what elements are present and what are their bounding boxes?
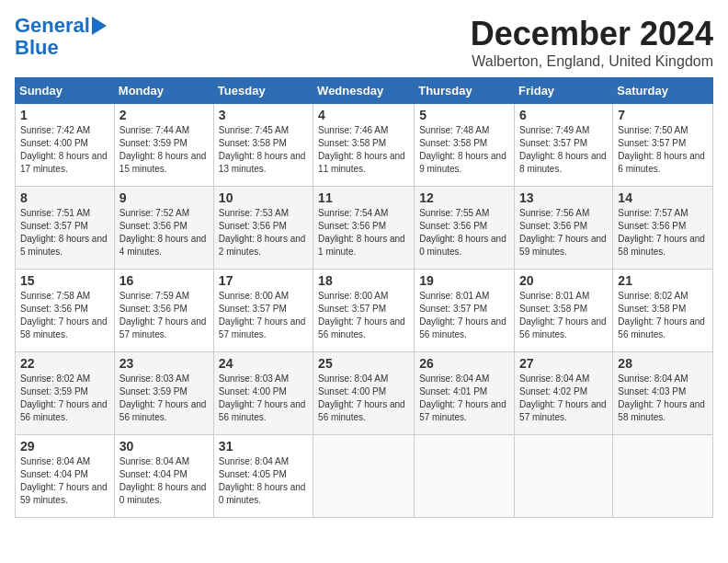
day-number: 6 [519, 108, 608, 122]
day-number: 20 [519, 273, 608, 288]
calendar-cell: 30Sunrise: 8:04 AMSunset: 4:04 PMDayligh… [114, 435, 213, 518]
calendar-cell [313, 435, 415, 518]
day-number: 2 [119, 108, 209, 122]
header: General Blue December 2024 Walberton, En… [15, 15, 713, 70]
cell-info: Sunrise: 8:04 AMSunset: 4:02 PMDaylight:… [519, 373, 608, 424]
calendar-cell [415, 435, 515, 518]
calendar-cell: 27Sunrise: 8:04 AMSunset: 4:02 PMDayligh… [515, 352, 613, 435]
day-header-saturday: Saturday [613, 78, 713, 104]
day-number: 9 [119, 190, 209, 205]
calendar-cell: 16Sunrise: 7:59 AMSunset: 3:56 PMDayligh… [114, 270, 213, 352]
calendar-cell: 25Sunrise: 8:04 AMSunset: 4:00 PMDayligh… [313, 352, 415, 435]
calendar-cell: 21Sunrise: 8:02 AMSunset: 3:58 PMDayligh… [613, 270, 713, 352]
calendar-cell: 4Sunrise: 7:46 AMSunset: 3:58 PMDaylight… [313, 104, 415, 187]
cell-info: Sunrise: 8:04 AMSunset: 4:04 PMDaylight:… [20, 455, 109, 507]
calendar-cell: 23Sunrise: 8:03 AMSunset: 3:59 PMDayligh… [114, 352, 213, 435]
calendar-cell: 11Sunrise: 7:54 AMSunset: 3:56 PMDayligh… [313, 187, 415, 270]
cell-info: Sunrise: 7:48 AMSunset: 3:58 PMDaylight:… [419, 124, 509, 176]
day-number: 25 [318, 356, 409, 371]
day-header-thursday: Thursday [415, 78, 515, 104]
calendar-cell: 13Sunrise: 7:56 AMSunset: 3:56 PMDayligh… [515, 187, 613, 270]
day-number: 7 [618, 108, 708, 122]
calendar-cell: 19Sunrise: 8:01 AMSunset: 3:57 PMDayligh… [415, 270, 515, 352]
days-header-row: SundayMondayTuesdayWednesdayThursdayFrid… [16, 78, 713, 104]
week-row-3: 15Sunrise: 7:58 AMSunset: 3:56 PMDayligh… [16, 270, 713, 352]
day-number: 28 [618, 356, 708, 371]
calendar-cell [515, 435, 613, 518]
day-number: 19 [419, 273, 509, 288]
calendar-cell [613, 435, 713, 518]
week-row-1: 1Sunrise: 7:42 AMSunset: 4:00 PMDaylight… [16, 104, 713, 187]
location-title: Walberton, England, United Kingdom [471, 53, 713, 70]
calendar-cell: 12Sunrise: 7:55 AMSunset: 3:56 PMDayligh… [415, 187, 515, 270]
day-header-wednesday: Wednesday [313, 78, 415, 104]
calendar-cell: 9Sunrise: 7:52 AMSunset: 3:56 PMDaylight… [114, 187, 213, 270]
cell-info: Sunrise: 7:55 AMSunset: 3:56 PMDaylight:… [419, 207, 509, 259]
day-number: 12 [419, 190, 509, 205]
calendar-cell: 31Sunrise: 8:04 AMSunset: 4:05 PMDayligh… [213, 435, 313, 518]
calendar-cell: 15Sunrise: 7:58 AMSunset: 3:56 PMDayligh… [16, 270, 115, 352]
calendar-cell: 3Sunrise: 7:45 AMSunset: 3:58 PMDaylight… [213, 104, 313, 187]
day-number: 1 [20, 108, 109, 122]
logo-subtext: Blue [15, 37, 59, 59]
cell-info: Sunrise: 7:54 AMSunset: 3:56 PMDaylight:… [318, 207, 409, 259]
title-area: December 2024 Walberton, England, United… [471, 15, 713, 70]
cell-info: Sunrise: 8:04 AMSunset: 4:04 PMDaylight:… [119, 455, 209, 507]
day-number: 13 [519, 190, 608, 205]
cell-info: Sunrise: 8:00 AMSunset: 3:57 PMDaylight:… [219, 290, 308, 341]
calendar-cell: 5Sunrise: 7:48 AMSunset: 3:58 PMDaylight… [415, 104, 515, 187]
calendar-cell: 20Sunrise: 8:01 AMSunset: 3:58 PMDayligh… [515, 270, 613, 352]
cell-info: Sunrise: 8:04 AMSunset: 4:03 PMDaylight:… [618, 373, 708, 424]
day-number: 22 [20, 356, 109, 371]
day-number: 4 [318, 108, 409, 122]
cell-info: Sunrise: 7:57 AMSunset: 3:56 PMDaylight:… [618, 207, 708, 259]
day-number: 17 [219, 273, 308, 288]
week-row-4: 22Sunrise: 8:02 AMSunset: 3:59 PMDayligh… [16, 352, 713, 435]
day-number: 21 [618, 273, 708, 288]
calendar-cell: 28Sunrise: 8:04 AMSunset: 4:03 PMDayligh… [613, 352, 713, 435]
calendar-cell: 10Sunrise: 7:53 AMSunset: 3:56 PMDayligh… [213, 187, 313, 270]
day-number: 23 [119, 356, 209, 371]
cell-info: Sunrise: 7:45 AMSunset: 3:58 PMDaylight:… [219, 124, 308, 176]
calendar-cell: 22Sunrise: 8:02 AMSunset: 3:59 PMDayligh… [16, 352, 115, 435]
calendar-cell: 26Sunrise: 8:04 AMSunset: 4:01 PMDayligh… [415, 352, 515, 435]
calendar-cell: 6Sunrise: 7:49 AMSunset: 3:57 PMDaylight… [515, 104, 613, 187]
calendar-cell: 7Sunrise: 7:50 AMSunset: 3:57 PMDaylight… [613, 104, 713, 187]
calendar-cell: 17Sunrise: 8:00 AMSunset: 3:57 PMDayligh… [213, 270, 313, 352]
cell-info: Sunrise: 7:49 AMSunset: 3:57 PMDaylight:… [519, 124, 608, 176]
day-header-sunday: Sunday [16, 78, 115, 104]
day-number: 24 [219, 356, 308, 371]
cell-info: Sunrise: 7:44 AMSunset: 3:59 PMDaylight:… [119, 124, 209, 176]
cell-info: Sunrise: 7:56 AMSunset: 3:56 PMDaylight:… [519, 207, 608, 259]
month-title: December 2024 [471, 15, 713, 53]
cell-info: Sunrise: 8:04 AMSunset: 4:01 PMDaylight:… [419, 373, 509, 424]
day-number: 16 [119, 273, 209, 288]
cell-info: Sunrise: 7:42 AMSunset: 4:00 PMDaylight:… [20, 124, 109, 176]
day-number: 31 [219, 439, 308, 454]
cell-info: Sunrise: 8:02 AMSunset: 3:58 PMDaylight:… [618, 290, 708, 341]
cell-info: Sunrise: 7:50 AMSunset: 3:57 PMDaylight:… [618, 124, 708, 176]
cell-info: Sunrise: 8:04 AMSunset: 4:00 PMDaylight:… [318, 373, 409, 424]
day-number: 10 [219, 190, 308, 205]
day-header-monday: Monday [114, 78, 213, 104]
cell-info: Sunrise: 8:01 AMSunset: 3:57 PMDaylight:… [419, 290, 509, 341]
day-number: 27 [519, 356, 608, 371]
day-number: 30 [119, 439, 209, 454]
day-header-tuesday: Tuesday [213, 78, 313, 104]
week-row-5: 29Sunrise: 8:04 AMSunset: 4:04 PMDayligh… [16, 435, 713, 518]
cell-info: Sunrise: 7:52 AMSunset: 3:56 PMDaylight:… [119, 207, 209, 259]
day-number: 26 [419, 356, 509, 371]
day-number: 14 [618, 190, 708, 205]
cell-info: Sunrise: 7:46 AMSunset: 3:58 PMDaylight:… [318, 124, 409, 176]
cell-info: Sunrise: 8:01 AMSunset: 3:58 PMDaylight:… [519, 290, 608, 341]
logo-arrow-icon [92, 17, 107, 35]
calendar-cell: 24Sunrise: 8:03 AMSunset: 4:00 PMDayligh… [213, 352, 313, 435]
cell-info: Sunrise: 8:03 AMSunset: 4:00 PMDaylight:… [219, 373, 308, 424]
cell-info: Sunrise: 8:02 AMSunset: 3:59 PMDaylight:… [20, 373, 109, 424]
day-number: 15 [20, 273, 109, 288]
calendar-cell: 14Sunrise: 7:57 AMSunset: 3:56 PMDayligh… [613, 187, 713, 270]
cell-info: Sunrise: 8:00 AMSunset: 3:57 PMDaylight:… [318, 290, 409, 341]
day-number: 3 [219, 108, 308, 122]
day-number: 5 [419, 108, 509, 122]
logo: General Blue [15, 15, 107, 59]
